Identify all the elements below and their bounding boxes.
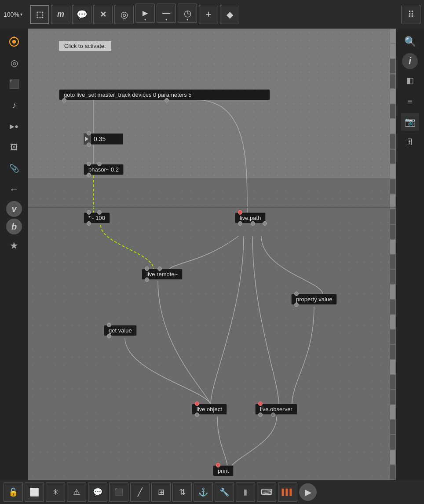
node-phasor[interactable]: phasor~ 0.2 xyxy=(84,164,124,175)
sidebar-icon-object[interactable] xyxy=(4,32,24,51)
toolbar-fill[interactable]: ◆ xyxy=(220,5,239,24)
node-property-value[interactable]: property value xyxy=(291,294,337,305)
number-outlet[interactable] xyxy=(87,142,91,147)
bottom-snowflake[interactable]: ✳ xyxy=(46,482,65,502)
node-live-path[interactable]: live.path xyxy=(235,212,266,223)
node-number-box[interactable]: 0.35 xyxy=(84,133,123,145)
sidebar-icon-image[interactable]: 🖼 xyxy=(4,138,24,157)
multiply-inlet2[interactable] xyxy=(97,210,102,215)
sidebar-icon-arrow[interactable]: ← xyxy=(4,180,24,199)
toolbar-play[interactable]: ▶▾ xyxy=(135,4,155,23)
sidebar-camera[interactable]: 📷 xyxy=(401,113,419,131)
toolbar-comment[interactable]: 💬 xyxy=(72,5,91,24)
bottom-bars[interactable]: ||| xyxy=(236,482,255,502)
bottom-warn[interactable]: ⚠ xyxy=(67,482,86,502)
toolbar-target[interactable]: ◎ xyxy=(114,5,134,24)
zoom-control[interactable]: 100% ▾ xyxy=(4,11,28,18)
bottom-anchor[interactable]: ⚓ xyxy=(194,482,213,502)
node-print[interactable]: print xyxy=(213,465,234,476)
meter-bar xyxy=(390,465,395,479)
activate-text: Click to activate: xyxy=(64,43,106,49)
live-observer-outlet[interactable] xyxy=(258,413,263,417)
live-path-outlet2[interactable] xyxy=(251,221,255,226)
toolbar-dial[interactable]: ◷▾ xyxy=(178,4,197,23)
sidebar-icon-star[interactable]: ★ xyxy=(4,236,24,256)
meter-bar xyxy=(390,345,395,359)
phasor-inlet[interactable] xyxy=(87,162,91,166)
get-value-inlet[interactable] xyxy=(107,323,111,327)
bottom-comment[interactable]: 💬 xyxy=(88,482,107,502)
bottom-rect[interactable]: ⬜ xyxy=(25,482,44,502)
meter-bar xyxy=(390,74,395,88)
get-value-outlet[interactable] xyxy=(107,334,111,338)
bottom-grid[interactable]: ⊞ xyxy=(151,482,171,502)
live-path-outlet3[interactable] xyxy=(263,221,267,226)
toolbar-close[interactable]: ✕ xyxy=(93,5,113,24)
live-path-inlet[interactable] xyxy=(238,210,242,215)
node-goto-outlet[interactable] xyxy=(62,98,66,102)
node-live-object[interactable]: live.object xyxy=(192,404,227,415)
bottom-lock[interactable]: 🔓 xyxy=(4,482,23,502)
sidebar-icon-seq[interactable]: ▶● xyxy=(4,117,24,136)
sidebar-info[interactable]: i xyxy=(402,53,418,69)
multiply-inlet[interactable] xyxy=(87,210,91,215)
live-observer-inlet[interactable] xyxy=(258,402,263,406)
sidebar-icon-target[interactable]: ◎ xyxy=(4,53,24,73)
node-goto[interactable]: goto live_set master_track devices 0 par… xyxy=(59,89,270,100)
sidebar-icon-blogo[interactable]: b xyxy=(6,219,22,234)
toolbar-grid[interactable]: ⠿ xyxy=(401,5,420,24)
node-goto-outlet2[interactable] xyxy=(164,98,169,102)
print-inlet[interactable] xyxy=(216,463,220,467)
sidebar-icon-note[interactable]: ♪ xyxy=(4,95,24,115)
node-get-value[interactable]: get value xyxy=(104,325,137,336)
live-object-inlet[interactable] xyxy=(195,402,199,406)
bottom-play[interactable]: ▶ xyxy=(299,483,317,501)
node-live-path-label: live.path xyxy=(240,215,261,221)
toolbar-minus[interactable]: —▾ xyxy=(157,4,176,23)
patch-canvas[interactable]: Click to activate: xyxy=(28,29,396,480)
sidebar-sliders[interactable]: 🎚 xyxy=(400,132,420,152)
svg-point-2 xyxy=(13,37,15,38)
meter-bar xyxy=(390,134,395,148)
property-value-inlet[interactable] xyxy=(294,292,299,296)
meter-bar xyxy=(390,150,395,164)
node-live-observer[interactable]: live.observer xyxy=(255,404,297,415)
bottom-nocable[interactable]: ╱ xyxy=(130,482,150,502)
sidebar-icon-vlogo[interactable]: v xyxy=(6,201,22,217)
canvas-container: Click to activate: xyxy=(28,29,396,480)
toolbar-plus[interactable]: + xyxy=(199,5,218,24)
property-value-outlet[interactable] xyxy=(294,303,299,307)
live-remote-inlet1[interactable] xyxy=(145,267,149,271)
number-inlet[interactable] xyxy=(87,131,91,135)
phasor-outlet[interactable] xyxy=(87,173,91,177)
sidebar-search[interactable]: 🔍 xyxy=(400,32,420,51)
sidebar-list[interactable]: ≡ xyxy=(400,92,420,111)
live-remote-inlet2[interactable] xyxy=(157,267,162,271)
live-remote-outlet[interactable] xyxy=(145,278,149,282)
bottom-wrench[interactable]: 🔧 xyxy=(215,482,234,502)
sidebar-icon-monitor[interactable]: ⬛ xyxy=(4,74,24,94)
bottom-meter[interactable]: ▌▌▌ xyxy=(278,482,297,502)
live-object-outlet[interactable] xyxy=(195,413,199,417)
sidebar-split[interactable]: ◧ xyxy=(400,71,420,90)
multiply-outlet[interactable] xyxy=(87,221,91,226)
meter-bar xyxy=(390,240,395,254)
node-get-value-label: get value xyxy=(109,327,132,334)
live-observer-outlet2[interactable] xyxy=(271,413,275,417)
node-multiply[interactable]: *~ 100 xyxy=(84,212,110,223)
bottom-layers[interactable]: ⬛ xyxy=(109,482,128,502)
bottom-keys[interactable]: ⌨ xyxy=(257,482,276,502)
live-path-outlet1[interactable] xyxy=(238,221,242,226)
meter-bar xyxy=(390,375,395,389)
sidebar-icon-clip[interactable]: 📎 xyxy=(4,159,24,178)
phasor-inlet2[interactable] xyxy=(97,162,102,166)
node-live-remote[interactable]: live.remote~ xyxy=(142,269,183,280)
meter-bar xyxy=(390,285,395,299)
toolbar-frame[interactable]: ⬚ xyxy=(30,5,49,24)
bottom-arrange[interactable]: ⇅ xyxy=(172,482,192,502)
activate-bar[interactable]: Click to activate: xyxy=(59,41,111,51)
right-sidebar: 🔍 i ◧ ≡ 📷 🎚 xyxy=(396,29,424,480)
meter-bar xyxy=(390,390,395,404)
node-live-observer-label: live.observer xyxy=(260,406,292,413)
toolbar-message[interactable]: m xyxy=(51,5,70,24)
